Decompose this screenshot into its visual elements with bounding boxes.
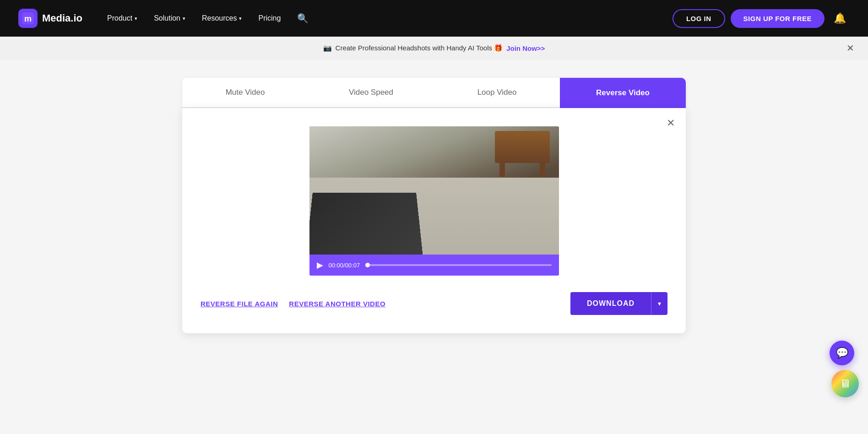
notification-bell[interactable]: 🔔 (830, 9, 850, 28)
banner-close-button[interactable]: ✕ (846, 43, 854, 54)
banner-link[interactable]: Join Now>> (506, 44, 545, 52)
chevron-down-icon: ▾ (658, 300, 661, 307)
main-content: Mute Video Video Speed Loop Video Revers… (0, 60, 868, 352)
tab-video-speed[interactable]: Video Speed (308, 78, 434, 108)
tabs-container: Mute Video Video Speed Loop Video Revers… (182, 78, 686, 108)
signup-button[interactable]: SIGN UP FOR FREE (731, 9, 825, 28)
tab-reverse-video[interactable]: Reverse Video (560, 78, 686, 108)
download-dropdown-button[interactable]: ▾ (651, 292, 667, 315)
announcement-banner: 📷 Create Professional Headshots with Han… (0, 37, 868, 60)
video-wrapper: ▶ 00:00/00:07 (201, 126, 667, 276)
logo-text: Media.io (42, 12, 82, 24)
progress-bar[interactable] (365, 264, 551, 266)
nav-solution[interactable]: Solution ▾ (147, 11, 192, 26)
login-button[interactable]: LOG IN (673, 9, 725, 28)
video-panel: ✕ ▶ 00:00/00:07 (182, 108, 686, 333)
chat-widget-button[interactable]: 🖥 (831, 370, 859, 397)
tab-mute-video[interactable]: Mute Video (182, 78, 308, 108)
panel-close-button[interactable]: ✕ (667, 117, 675, 129)
chat-widget-icon: 🖥 (840, 377, 851, 390)
bench-leg-left (499, 163, 505, 177)
play-button[interactable]: ▶ (317, 260, 323, 270)
actions-row: REVERSE FILE AGAIN REVERSE ANOTHER VIDEO… (201, 292, 667, 315)
search-icon: 🔍 (297, 13, 309, 23)
nav-pricing[interactable]: Pricing (252, 11, 287, 26)
video-player: ▶ 00:00/00:07 (309, 126, 559, 276)
chevron-down-icon: ▾ (239, 16, 242, 22)
reverse-file-again-button[interactable]: REVERSE FILE AGAIN (201, 300, 278, 308)
svg-text:m: m (24, 14, 32, 23)
logo-link[interactable]: m Media.io (18, 9, 82, 28)
nav-product[interactable]: Product ▾ (101, 11, 144, 26)
download-button[interactable]: DOWNLOAD (570, 292, 651, 315)
bench-leg-right (540, 163, 545, 177)
navbar: m Media.io Product ▾ Solution ▾ Resource… (0, 0, 868, 37)
chat-fab-button[interactable]: 💬 (830, 341, 854, 365)
nav-actions: LOG IN SIGN UP FOR FREE 🔔 (673, 9, 850, 28)
chevron-down-icon: ▾ (183, 16, 185, 22)
bell-icon: 🔔 (834, 12, 846, 24)
banner-text: Create Professional Headshots with Handy… (336, 44, 503, 52)
logo-icon: m (18, 9, 38, 28)
progress-dot (365, 263, 370, 267)
chevron-down-icon: ▾ (135, 16, 137, 22)
nav-items: Product ▾ Solution ▾ Resources ▾ Pricing… (101, 9, 673, 27)
chat-icon: 💬 (836, 347, 848, 359)
video-controls: ▶ 00:00/00:07 (309, 255, 559, 276)
nav-resources[interactable]: Resources ▾ (195, 11, 248, 26)
video-frame (309, 126, 559, 255)
download-btn-group: DOWNLOAD ▾ (570, 292, 667, 315)
search-button[interactable]: 🔍 (291, 9, 315, 27)
action-links: REVERSE FILE AGAIN REVERSE ANOTHER VIDEO (201, 300, 385, 308)
video-content-bench (495, 131, 550, 163)
reverse-another-video-button[interactable]: REVERSE ANOTHER VIDEO (289, 300, 385, 308)
tab-loop-video[interactable]: Loop Video (434, 78, 560, 108)
time-display: 00:00/00:07 (329, 262, 360, 269)
play-icon: ▶ (317, 260, 323, 270)
banner-icon: 📷 (323, 44, 332, 52)
